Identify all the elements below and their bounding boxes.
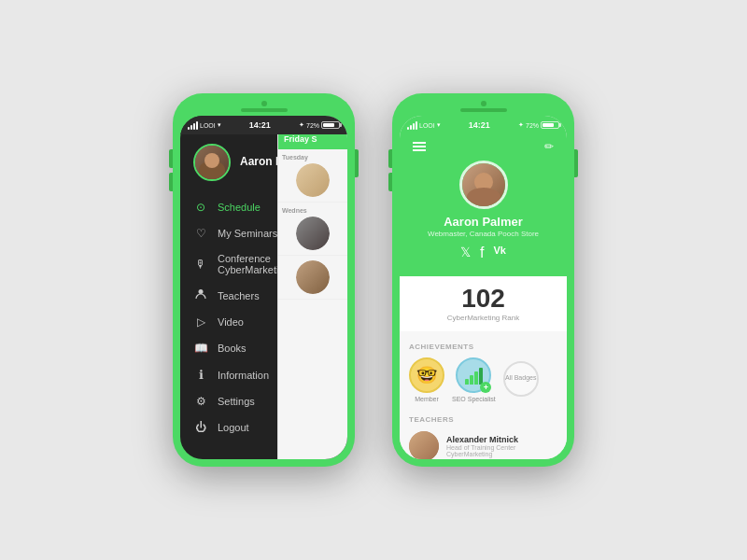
bluetooth-icon: ✦ bbox=[299, 121, 304, 129]
schedule-header-text: Friday S bbox=[284, 134, 317, 144]
volume-down-button[interactable] bbox=[169, 173, 173, 191]
camera-dot-right bbox=[481, 101, 486, 106]
play-icon: ▷ bbox=[193, 315, 208, 329]
power-button[interactable] bbox=[355, 149, 359, 177]
right-status-bar: LOOI ▾ 14:21 ✦ 72% bbox=[400, 116, 567, 134]
schedule-day-1: Tuesday bbox=[282, 154, 344, 161]
badge-seo-circle: + bbox=[456, 357, 491, 393]
menu-item-label: My Seminars bbox=[218, 228, 277, 239]
teacher-avatar-1 bbox=[409, 431, 439, 459]
wifi-icon: ▾ bbox=[218, 121, 221, 129]
schedule-day-2: Wednes bbox=[282, 207, 344, 214]
teachers-list: Alexander Mitnick Head of Training Cente… bbox=[400, 427, 567, 459]
menu-item-label: Information bbox=[218, 370, 269, 381]
volume-up-button[interactable] bbox=[169, 149, 173, 168]
teacher-role-1: Head of Training Center CyberMarketing bbox=[446, 444, 557, 457]
left-phone-screen: LOOI ▾ 14:21 ✦ 72% Aaron Palmer bbox=[180, 116, 347, 459]
profile-avatar-img bbox=[462, 163, 505, 206]
teacher-name-1: Alexander Mitnick bbox=[446, 435, 557, 444]
right-battery-pct: 72% bbox=[526, 122, 539, 129]
profile-name: Aaron Palmer bbox=[444, 215, 523, 229]
menu-item-label: Settings bbox=[218, 396, 255, 407]
badge-seo: + SEO Specialist bbox=[452, 357, 496, 402]
badge-all[interactable]: All Badges bbox=[503, 361, 539, 399]
seo-plus-icon: + bbox=[480, 382, 491, 393]
menu-item-label: Books bbox=[218, 343, 247, 354]
teacher-item-1[interactable]: Alexander Mitnick Head of Training Cente… bbox=[409, 427, 557, 459]
right-time: 14:21 bbox=[469, 120, 490, 130]
speaker bbox=[241, 108, 288, 112]
left-phone: LOOI ▾ 14:21 ✦ 72% Aaron Palmer bbox=[173, 93, 355, 467]
left-status-bar: LOOI ▾ 14:21 ✦ 72% bbox=[180, 116, 347, 134]
edit-button[interactable]: ✏ bbox=[544, 140, 554, 153]
volume-down-right[interactable] bbox=[388, 173, 392, 191]
schedule-icon: ⊙ bbox=[193, 201, 208, 214]
facebook-icon[interactable]: f bbox=[480, 245, 484, 261]
vk-icon[interactable]: Vk bbox=[493, 245, 505, 261]
teacher-info-1: Alexander Mitnick Head of Training Cente… bbox=[446, 435, 557, 457]
badge-member-circle: 🤓 bbox=[409, 357, 444, 393]
badge-member: 🤓 Member bbox=[409, 357, 444, 402]
battery-bar bbox=[321, 121, 340, 129]
speaker-right bbox=[460, 108, 507, 112]
menu-item-label: Logout bbox=[218, 422, 249, 433]
profile-body: 102 CyberMarketing Rank ACHIEVEMENTS 🤓 M… bbox=[400, 276, 567, 459]
rank-number: 102 bbox=[409, 286, 557, 312]
mic-icon: 🎙 bbox=[193, 258, 208, 271]
power-button-right[interactable] bbox=[574, 149, 578, 177]
left-menu-content: Aaron Palmer ⊙ Schedule ♡ My Seminars 🎙 … bbox=[180, 134, 347, 459]
menu-item-label: Video bbox=[218, 316, 244, 328]
profile-social-links: 𝕏 f Vk bbox=[460, 245, 506, 261]
svg-point-0 bbox=[199, 289, 204, 294]
gear-icon: ⚙ bbox=[193, 395, 208, 408]
schedule-person-2 bbox=[296, 217, 330, 250]
twitter-icon[interactable]: 𝕏 bbox=[460, 245, 471, 261]
hamburger-line bbox=[413, 142, 426, 144]
teachers-title: TEACHERS bbox=[400, 410, 567, 427]
member-emoji: 🤓 bbox=[416, 365, 437, 385]
badge-all-text: All Badges bbox=[505, 374, 536, 382]
carrier-name: LOOI bbox=[200, 122, 216, 129]
badge-all-circle: All Badges bbox=[503, 361, 539, 397]
power-icon: ⏻ bbox=[193, 421, 208, 434]
volume-up-right[interactable] bbox=[388, 149, 392, 168]
schedule-header: Friday S bbox=[278, 134, 347, 149]
signal-dots bbox=[188, 121, 198, 130]
profile-avatar bbox=[459, 161, 508, 209]
hamburger-button[interactable] bbox=[413, 142, 426, 151]
battery-area: ✦ 72% bbox=[299, 121, 340, 129]
right-signal-area: LOOI ▾ bbox=[407, 121, 441, 130]
time-display: 14:21 bbox=[249, 120, 271, 130]
menu-avatar-img bbox=[195, 146, 229, 179]
schedule-person-3 bbox=[296, 260, 330, 294]
hamburger-line bbox=[413, 146, 426, 147]
book-icon: 📖 bbox=[193, 342, 208, 355]
profile-nav: ✏ bbox=[413, 140, 554, 153]
schedule-extra bbox=[278, 256, 347, 300]
achievements-title: ACHIEVEMENTS bbox=[400, 337, 567, 354]
heart-icon: ♡ bbox=[193, 227, 208, 240]
right-battery-bar bbox=[541, 121, 559, 129]
right-bluetooth-icon: ✦ bbox=[518, 121, 524, 129]
rank-label: CyberMarketing Rank bbox=[409, 314, 557, 322]
right-wifi-icon: ▾ bbox=[437, 121, 441, 129]
profile-header: ✏ Aaron Palmer Webmaster, Canada Pooch S… bbox=[400, 134, 567, 276]
camera-dot bbox=[261, 101, 267, 106]
person-icon bbox=[193, 288, 208, 302]
schedule-wednesday: Wednes bbox=[278, 203, 347, 256]
menu-avatar bbox=[193, 144, 231, 181]
right-signal-dots bbox=[407, 121, 417, 130]
profile-subtitle: Webmaster, Canada Pooch Store bbox=[428, 230, 539, 238]
achievements-row: 🤓 Member + SEO Speci bbox=[400, 354, 567, 410]
schedule-tuesday: Tuesday bbox=[278, 149, 347, 203]
right-phone-screen: LOOI ▾ 14:21 ✦ 72% ✏ bbox=[400, 116, 567, 459]
seo-chart-icon bbox=[465, 366, 483, 385]
right-battery-area: ✦ 72% bbox=[518, 121, 559, 129]
badge-member-label: Member bbox=[415, 396, 439, 402]
hamburger-line bbox=[413, 149, 426, 151]
menu-item-label: Schedule bbox=[218, 202, 261, 213]
battery-percent: 72% bbox=[306, 122, 319, 129]
right-battery-fill bbox=[543, 123, 554, 127]
right-phone: LOOI ▾ 14:21 ✦ 72% ✏ bbox=[392, 93, 574, 467]
signal-area: LOOI ▾ bbox=[188, 121, 221, 130]
